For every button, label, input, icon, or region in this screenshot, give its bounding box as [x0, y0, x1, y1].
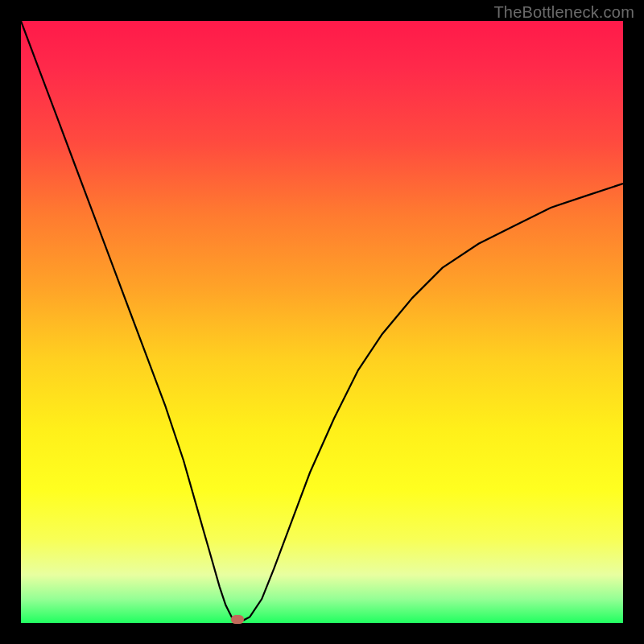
bottleneck-curve [21, 21, 623, 620]
chart-frame: TheBottleneck.com [0, 0, 644, 644]
watermark-text: TheBottleneck.com [493, 3, 634, 22]
plot-area [21, 21, 623, 623]
curve-svg [21, 21, 623, 623]
minimum-marker [231, 615, 244, 624]
